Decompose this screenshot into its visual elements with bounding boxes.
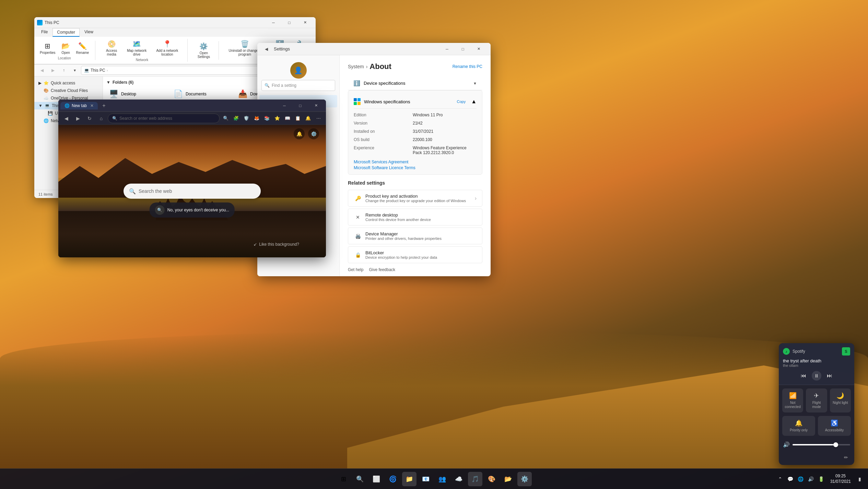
spotify-pause-button[interactable]: ⏸ [812, 371, 821, 381]
forward-button[interactable]: ▶ [48, 66, 58, 75]
ribbon-btn-properties[interactable]: ⊞ Properties [38, 41, 58, 56]
taskbar-teams-button[interactable]: 👥 [435, 472, 449, 486]
minimize-button[interactable]: ─ [266, 17, 281, 28]
taskbar-start-button[interactable]: ⊞ [336, 472, 351, 486]
settings-minimize-button[interactable]: ─ [439, 44, 455, 55]
taskbar-photoshop-button[interactable]: 🎨 [484, 472, 499, 486]
priority-only-toggle[interactable]: 🔔 Priority only [782, 416, 815, 436]
tray-network-icon[interactable]: 🌐 [796, 474, 806, 484]
recent-button[interactable]: ▾ [70, 66, 80, 75]
rename-icon: ✏️ [78, 42, 87, 50]
browser-active-tab[interactable]: 🌐 New tab ✕ [60, 102, 98, 109]
volume-slider[interactable] [793, 444, 850, 445]
get-help-link[interactable]: Get help [348, 267, 363, 272]
browser-notification[interactable]: 🔍 No, your eyes don't deceive you... [150, 202, 235, 218]
quick-settings-panel: ♪ Spotify S the tryst after death the ol… [779, 343, 854, 465]
sidebar-item-quick-access[interactable]: ▶ ⭐ Quick access [34, 79, 103, 87]
sidebar-item-creative-cloud[interactable]: ▶ 🎨 Creative Cloud Files [34, 87, 103, 94]
browser-home-button[interactable]: ⌂ [96, 113, 106, 124]
browser-address-bar[interactable]: 🔍 Search or enter web address [108, 114, 220, 123]
tray-chat-icon[interactable]: 💬 [786, 474, 795, 484]
browser-refresh-button[interactable]: ↻ [84, 113, 95, 124]
folder-desktop[interactable]: 🖥️ Desktop [106, 88, 168, 101]
tray-volume-icon[interactable]: 🔊 [806, 474, 816, 484]
volume-control: 🔊 [779, 439, 854, 451]
flight-mode-toggle[interactable]: ✈ Flight mode [806, 388, 827, 412]
product-key-item[interactable]: 🔑 Product key and activation Change the … [348, 190, 482, 207]
copy-button[interactable]: Copy [454, 98, 468, 105]
tray-up-arrow[interactable]: ⌃ [775, 474, 785, 484]
settings-search[interactable]: 🔍 Find a setting [261, 80, 335, 91]
settings-back-button[interactable]: ◀ [261, 45, 271, 54]
extension-icon[interactable]: 🧩 [231, 114, 241, 123]
taskbar-spotify-button[interactable]: 🎵 [468, 472, 482, 486]
browser-icon-1[interactable]: 🛡️ [242, 114, 251, 123]
browser-tab-close[interactable]: ✕ [90, 103, 94, 108]
reading-icon[interactable]: 📖 [283, 114, 292, 123]
browser-new-tab-button[interactable]: + [99, 101, 109, 110]
taskbar-onedrive-button[interactable]: ☁️ [451, 472, 466, 486]
browser-forward-button[interactable]: ▶ [73, 113, 83, 124]
ribbon-btn-open[interactable]: 📂 Open [59, 41, 73, 56]
documents-folder-label: Documents [186, 92, 207, 96]
device-manager-item[interactable]: 🖨️ Device Manager Printer and other driv… [348, 228, 482, 244]
license-terms-link[interactable]: Microsoft Software Licence Terms [354, 165, 477, 170]
browser-minimize-button[interactable]: ─ [277, 100, 292, 111]
taskbar-edge-button[interactable]: 🌀 [386, 472, 400, 486]
tray-battery-icon[interactable]: 🔋 [817, 474, 826, 484]
services-agreement-link[interactable]: Microsoft Services Agreement [354, 160, 477, 164]
night-light-toggle[interactable]: 🌙 Night light [830, 388, 851, 412]
taskbar-file-explorer-button[interactable]: 📁 [402, 472, 417, 486]
taskbar-folder-button[interactable]: 📂 [501, 472, 515, 486]
zoom-icon[interactable]: 🔍 [221, 114, 231, 123]
taskbar-outlook-button[interactable]: 📧 [419, 472, 433, 486]
device-specs-header[interactable]: ℹ️ Device specifications ▼ [348, 77, 482, 90]
ribbon-btn-access-media[interactable]: 📀 Access media [101, 39, 122, 57]
back-button[interactable]: ◀ [37, 66, 47, 75]
wifi-toggle[interactable]: 📶 Not connected [782, 388, 803, 412]
collections-icon[interactable]: 📚 [262, 114, 272, 123]
up-button[interactable]: ↑ [59, 66, 69, 75]
browser-icon-2[interactable]: 🦊 [252, 114, 261, 123]
settings-close-button[interactable]: ✕ [471, 44, 486, 55]
edit-quick-settings-button[interactable]: ✏ [841, 453, 851, 462]
ribbon-tab-computer[interactable]: Computer [52, 28, 80, 37]
folder-documents[interactable]: 📄 Documents [171, 88, 233, 101]
spotify-app-icon[interactable]: S [842, 347, 850, 356]
background-hint[interactable]: ↙ Like this background? [254, 242, 299, 247]
spotify-prev-button[interactable]: ⏮ [801, 373, 806, 379]
favorites-icon[interactable]: ⭐ [272, 114, 282, 123]
browser-search-box[interactable]: 🔍 Search the web [124, 184, 261, 199]
remote-desktop-item[interactable]: ✕ Remote desktop Control this device fro… [348, 209, 482, 225]
taskbar-task-view-button[interactable]: ⬜ [369, 472, 384, 486]
taskbar-search-button[interactable]: 🔍 [353, 472, 367, 486]
close-button[interactable]: ✕ [297, 17, 313, 28]
more-icon[interactable]: ⋯ [314, 114, 323, 123]
browser-maximize-button[interactable]: □ [292, 100, 308, 111]
show-desktop-button[interactable]: ▮ [855, 474, 865, 484]
open-icon: 📂 [61, 42, 70, 50]
windows-specs-header[interactable]: Windows specifications Copy ▲ [354, 95, 477, 109]
ribbon-btn-add-location[interactable]: 📍 Add a network location [151, 39, 183, 57]
browser-icon-3[interactable]: 📋 [293, 114, 303, 123]
browser-close-button[interactable]: ✕ [308, 100, 324, 111]
spotify-next-button[interactable]: ⏭ [827, 373, 832, 379]
give-feedback-link[interactable]: Give feedback [369, 267, 395, 272]
taskbar-settings-button[interactable]: ⚙️ [517, 472, 532, 486]
browser-back-button[interactable]: ◀ [61, 113, 71, 124]
maximize-button[interactable]: □ [281, 17, 297, 28]
ribbon-btn-open-settings[interactable]: ⚙️ Open Settings [193, 41, 214, 60]
browser-icon-4[interactable]: 🔔 [303, 114, 313, 123]
clock[interactable]: 09:25 31/07/2021 [828, 472, 854, 486]
settings-gear-icon[interactable]: ⚙️ [308, 128, 319, 139]
breadcrumb: System › About Rename this PC [348, 62, 482, 71]
rename-pc-button[interactable]: Rename this PC [453, 64, 482, 69]
ribbon-tab-view[interactable]: View [80, 28, 97, 37]
settings-maximize-button[interactable]: □ [455, 44, 471, 55]
bitlocker-item[interactable]: 🔒 BitLocker Device encryption to help pr… [348, 246, 482, 263]
accessibility-toggle[interactable]: ♿ Accessibility [818, 416, 851, 436]
ribbon-btn-map-drive[interactable]: 🗺️ Map network drive [124, 39, 150, 57]
ribbon-tab-file[interactable]: File [37, 28, 52, 37]
ribbon-btn-rename[interactable]: ✏️ Rename [74, 41, 91, 56]
notification-bell-icon[interactable]: 🔔 [294, 128, 305, 139]
